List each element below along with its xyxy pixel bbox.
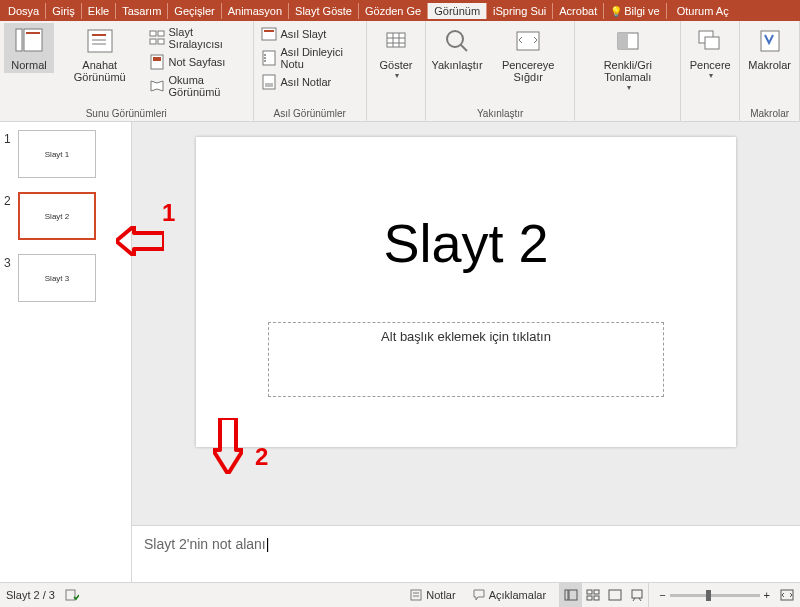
slide-thumbnail-2[interactable]: Slayt 2 bbox=[18, 192, 96, 240]
slide-sorter-icon bbox=[149, 30, 165, 46]
svg-rect-49 bbox=[781, 590, 793, 600]
svg-rect-46 bbox=[632, 590, 642, 598]
tab-transitions[interactable]: Geçişler bbox=[168, 3, 221, 19]
outline-view-icon bbox=[84, 25, 116, 57]
group-show: Göster bbox=[367, 21, 426, 121]
window-button[interactable]: Pencere bbox=[685, 23, 735, 82]
fit-window-label: Pencereye Sığdır bbox=[490, 59, 566, 83]
sign-in[interactable]: Oturum Aç bbox=[671, 3, 735, 19]
svg-rect-36 bbox=[411, 590, 421, 600]
reading-view-icon bbox=[149, 78, 165, 94]
tab-home[interactable]: Giriş bbox=[46, 3, 82, 19]
svg-rect-7 bbox=[150, 31, 156, 36]
svg-rect-43 bbox=[587, 596, 592, 600]
group-macros: Makrolar Makrolar bbox=[740, 21, 800, 121]
fit-window-button[interactable]: Pencereye Sığdır bbox=[486, 23, 570, 85]
notes-page-button[interactable]: Not Sayfası bbox=[146, 53, 249, 71]
zoom-slider[interactable] bbox=[670, 594, 760, 597]
svg-point-16 bbox=[264, 54, 266, 56]
color-grayscale-label: Renkli/Gri Tonlamalı bbox=[583, 59, 672, 83]
tab-animations[interactable]: Animasyon bbox=[222, 3, 289, 19]
tab-ispring[interactable]: iSpring Sui bbox=[487, 3, 553, 19]
notes-toggle-label: Notlar bbox=[426, 589, 455, 601]
slide-master-button[interactable]: Asıl Slayt bbox=[258, 25, 362, 43]
comments-icon bbox=[472, 588, 486, 602]
spellcheck-icon[interactable] bbox=[65, 588, 79, 602]
slide-sorter-button[interactable]: Slayt Sıralayıcısı bbox=[146, 25, 249, 51]
svg-rect-2 bbox=[26, 32, 40, 34]
macros-button[interactable]: Makrolar bbox=[744, 23, 795, 73]
group-presentation-views: Normal Anahat Görünümü Slayt Sıralayıcıs… bbox=[0, 21, 254, 121]
svg-rect-39 bbox=[565, 590, 568, 600]
slide-master-icon bbox=[261, 26, 277, 42]
group-window-label bbox=[685, 117, 735, 121]
svg-point-18 bbox=[264, 60, 266, 62]
show-label: Göster bbox=[379, 59, 412, 71]
notes-text: Slayt 2'nin not alanı bbox=[144, 536, 269, 552]
svg-rect-45 bbox=[609, 590, 621, 600]
svg-rect-40 bbox=[569, 590, 577, 600]
slide-thumbnail-1[interactable]: Slayt 1 bbox=[18, 130, 96, 178]
reading-view-button[interactable]: Okuma Görünümü bbox=[146, 73, 249, 99]
tell-me[interactable]: Bilgi ve bbox=[604, 3, 666, 19]
slide-master-label: Asıl Slayt bbox=[281, 28, 327, 40]
svg-rect-12 bbox=[153, 57, 161, 61]
notes-pane[interactable]: Slayt 2'nin not alanı bbox=[132, 525, 800, 582]
workspace: 1 Slayt 1 2 Slayt 2 3 Slayt 3 Slayt 2 Al… bbox=[0, 122, 800, 582]
view-reading-icon[interactable] bbox=[604, 583, 626, 607]
comments-label: Açıklamalar bbox=[489, 589, 546, 601]
svg-line-28 bbox=[461, 45, 467, 51]
tab-view[interactable]: Görünüm bbox=[428, 3, 487, 19]
macros-label: Makrolar bbox=[748, 59, 791, 71]
fit-to-window-icon[interactable] bbox=[780, 588, 794, 602]
view-mode-buttons bbox=[559, 583, 649, 607]
menu-tabs: Dosya Giriş Ekle Tasarım Geçişler Animas… bbox=[0, 0, 800, 21]
fit-window-icon bbox=[512, 25, 544, 57]
svg-rect-42 bbox=[594, 590, 599, 594]
tab-acrobat[interactable]: Acrobat bbox=[553, 3, 604, 19]
slide-thumbnail-3[interactable]: Slayt 3 bbox=[18, 254, 96, 302]
show-icon bbox=[380, 25, 412, 57]
group-master-views: Asıl Slayt Asıl Dinleyici Notu Asıl Notl… bbox=[254, 21, 367, 121]
view-normal-icon[interactable] bbox=[560, 583, 582, 607]
notes-toggle-icon bbox=[409, 588, 423, 602]
svg-rect-44 bbox=[594, 596, 599, 600]
tab-review[interactable]: Gözden Ge bbox=[359, 3, 428, 19]
tab-design[interactable]: Tasarım bbox=[116, 3, 168, 19]
group-color-label bbox=[579, 117, 676, 121]
zoom-out-button[interactable]: − bbox=[659, 589, 665, 601]
slide-canvas[interactable]: Slayt 2 Alt başlık eklemek için tıklatın bbox=[196, 137, 736, 447]
slide-counter: Slayt 2 / 3 bbox=[6, 589, 55, 601]
view-sorter-icon[interactable] bbox=[582, 583, 604, 607]
outline-view-button[interactable]: Anahat Görünümü bbox=[56, 23, 144, 85]
svg-rect-41 bbox=[587, 590, 592, 594]
view-slideshow-icon[interactable] bbox=[626, 583, 648, 607]
tab-insert[interactable]: Ekle bbox=[82, 3, 116, 19]
group-show-label bbox=[371, 117, 421, 121]
svg-rect-22 bbox=[387, 33, 405, 47]
color-grayscale-icon bbox=[612, 25, 644, 57]
svg-rect-9 bbox=[150, 39, 156, 44]
zoom-button[interactable]: Yakınlaştır bbox=[430, 23, 484, 73]
slide-editor: Slayt 2 Alt başlık eklemek için tıklatın… bbox=[132, 122, 800, 582]
tab-slideshow[interactable]: Slayt Göste bbox=[289, 3, 359, 19]
zoom-icon bbox=[441, 25, 473, 57]
notes-master-button[interactable]: Asıl Notlar bbox=[258, 73, 362, 91]
slide-title[interactable]: Slayt 2 bbox=[196, 212, 736, 274]
slide-subtitle-placeholder[interactable]: Alt başlık eklemek için tıklatın bbox=[268, 322, 664, 397]
normal-view-button[interactable]: Normal bbox=[4, 23, 54, 73]
group-window: Pencere bbox=[681, 21, 740, 121]
thumb-number-3: 3 bbox=[4, 254, 18, 270]
zoom-controls: − + bbox=[659, 589, 770, 601]
notes-toggle-button[interactable]: Notlar bbox=[406, 588, 458, 602]
notes-master-label: Asıl Notlar bbox=[281, 76, 332, 88]
svg-rect-0 bbox=[16, 29, 22, 51]
comments-button[interactable]: Açıklamalar bbox=[469, 588, 549, 602]
group-zoom: Yakınlaştır Pencereye Sığdır Yakınlaştır bbox=[426, 21, 575, 121]
tab-file[interactable]: Dosya bbox=[2, 3, 46, 19]
zoom-in-button[interactable]: + bbox=[764, 589, 770, 601]
show-button[interactable]: Göster bbox=[371, 23, 421, 82]
color-grayscale-button[interactable]: Renkli/Gri Tonlamalı bbox=[579, 23, 676, 94]
status-bar: Slayt 2 / 3 Notlar Açıklamalar − + bbox=[0, 582, 800, 607]
handout-master-button[interactable]: Asıl Dinleyici Notu bbox=[258, 45, 362, 71]
